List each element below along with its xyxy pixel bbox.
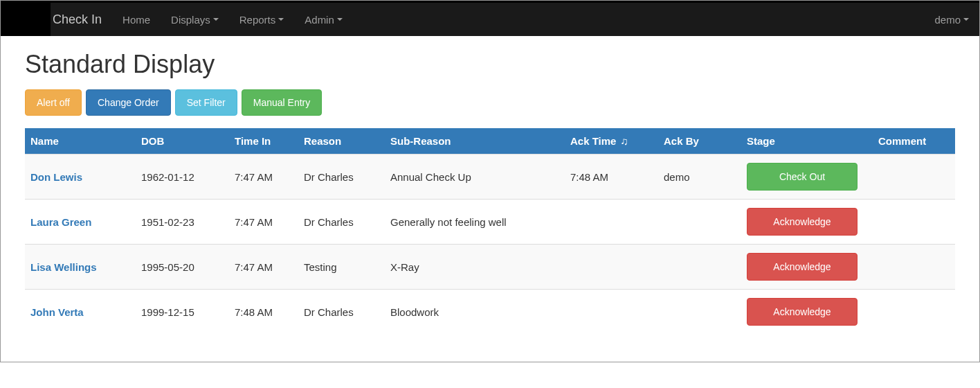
chevron-down-icon <box>278 18 284 21</box>
th-name[interactable]: Name <box>25 128 136 155</box>
display-table: Name DOB Time In Reason Sub-Reason Ack T… <box>25 128 955 334</box>
nav-item-admin[interactable]: Admin <box>294 3 353 36</box>
time-in-cell: 7:47 AM <box>229 245 298 290</box>
chevron-down-icon <box>213 18 219 21</box>
reason-cell: Dr Charles <box>298 200 385 245</box>
nav-right: demo <box>924 3 979 36</box>
sub-reason-cell: Generally not feeling well <box>385 200 565 245</box>
stage-cell: Check Out <box>741 155 873 200</box>
comment-cell <box>873 200 955 245</box>
stage-cell: Acknowledge <box>741 245 873 290</box>
th-comment[interactable]: Comment <box>873 128 955 155</box>
patient-name-link[interactable]: John Verta <box>30 306 84 318</box>
nav-item-reports[interactable]: Reports <box>229 3 295 36</box>
patient-name-link[interactable]: Laura Green <box>30 216 91 228</box>
navbar: Check In HomeDisplaysReportsAdmin demo <box>1 1 979 36</box>
patient-name-link[interactable]: Lisa Wellings <box>30 261 97 273</box>
stage-cell: Acknowledge <box>741 200 873 245</box>
stage-button[interactable]: Check Out <box>747 163 858 191</box>
ack-time-cell <box>565 290 658 335</box>
nav-item-displays[interactable]: Displays <box>161 3 229 36</box>
nav-list: HomeDisplaysReportsAdmin <box>112 3 353 36</box>
comment-cell <box>873 155 955 200</box>
table-header-row: Name DOB Time In Reason Sub-Reason Ack T… <box>25 128 955 155</box>
stage-button[interactable]: Acknowledge <box>747 298 858 326</box>
chevron-down-icon <box>337 18 343 21</box>
ack-time-cell: 7:48 AM <box>565 155 658 200</box>
manual-entry-button[interactable]: Manual Entry <box>242 89 322 116</box>
ack-time-cell <box>565 245 658 290</box>
chevron-down-icon <box>963 18 969 21</box>
th-ack-by[interactable]: Ack By <box>658 128 741 155</box>
main-container: Standard Display Alert off Change Order … <box>1 36 979 362</box>
nav-item-label: Reports <box>239 14 276 26</box>
table-row: John Verta1999-12-157:48 AMDr CharlesBlo… <box>25 290 955 335</box>
brand-text: Check In <box>53 3 102 36</box>
nav-item-label: Admin <box>305 14 334 26</box>
navbar-brand[interactable]: Check In <box>1 3 112 36</box>
patient-name-link[interactable]: Don Lewis <box>30 171 82 183</box>
dob-cell: 1951-02-23 <box>136 200 229 245</box>
change-order-button[interactable]: Change Order <box>86 89 171 116</box>
table-row: Lisa Wellings1995-05-207:47 AMTestingX-R… <box>25 245 955 290</box>
stage-button[interactable]: Acknowledge <box>747 253 858 281</box>
sub-reason-cell: Annual Check Up <box>385 155 565 200</box>
nav-user-label: demo <box>934 14 961 26</box>
toolbar: Alert off Change Order Set Filter Manual… <box>25 89 955 116</box>
ack-by-cell <box>658 200 741 245</box>
nav-item-label: Home <box>122 14 150 26</box>
time-in-cell: 7:47 AM <box>229 155 298 200</box>
comment-cell <box>873 245 955 290</box>
dob-cell: 1999-12-15 <box>136 290 229 335</box>
time-in-cell: 7:48 AM <box>229 290 298 335</box>
alert-off-button[interactable]: Alert off <box>25 89 82 116</box>
ack-by-cell <box>658 245 741 290</box>
th-ack-time-label: Ack Time <box>570 135 616 147</box>
sub-reason-cell: Bloodwork <box>385 290 565 335</box>
ack-by-cell: demo <box>658 155 741 200</box>
nav-user-menu[interactable]: demo <box>924 3 979 36</box>
dob-cell: 1995-05-20 <box>136 245 229 290</box>
th-time-in[interactable]: Time In <box>229 128 298 155</box>
music-note-icon: ♫ <box>621 135 628 147</box>
stage-button[interactable]: Acknowledge <box>747 208 858 236</box>
brand-logo <box>1 3 51 36</box>
time-in-cell: 7:47 AM <box>229 200 298 245</box>
th-ack-time[interactable]: Ack Time ♫ <box>565 128 658 155</box>
comment-cell <box>873 290 955 335</box>
table-row: Laura Green1951-02-237:47 AMDr CharlesGe… <box>25 200 955 245</box>
sub-reason-cell: X-Ray <box>385 245 565 290</box>
reason-cell: Dr Charles <box>298 155 385 200</box>
th-stage[interactable]: Stage <box>741 128 873 155</box>
th-reason[interactable]: Reason <box>298 128 385 155</box>
page-title: Standard Display <box>25 50 955 79</box>
dob-cell: 1962-01-12 <box>136 155 229 200</box>
table-row: Don Lewis1962-01-127:47 AMDr CharlesAnnu… <box>25 155 955 200</box>
th-dob[interactable]: DOB <box>136 128 229 155</box>
ack-by-cell <box>658 290 741 335</box>
set-filter-button[interactable]: Set Filter <box>175 89 237 116</box>
stage-cell: Acknowledge <box>741 290 873 335</box>
reason-cell: Testing <box>298 245 385 290</box>
ack-time-cell <box>565 200 658 245</box>
table-body: Don Lewis1962-01-127:47 AMDr CharlesAnnu… <box>25 155 955 335</box>
nav-item-home[interactable]: Home <box>112 3 161 36</box>
th-sub-reason[interactable]: Sub-Reason <box>385 128 565 155</box>
nav-item-label: Displays <box>171 14 210 26</box>
reason-cell: Dr Charles <box>298 290 385 335</box>
